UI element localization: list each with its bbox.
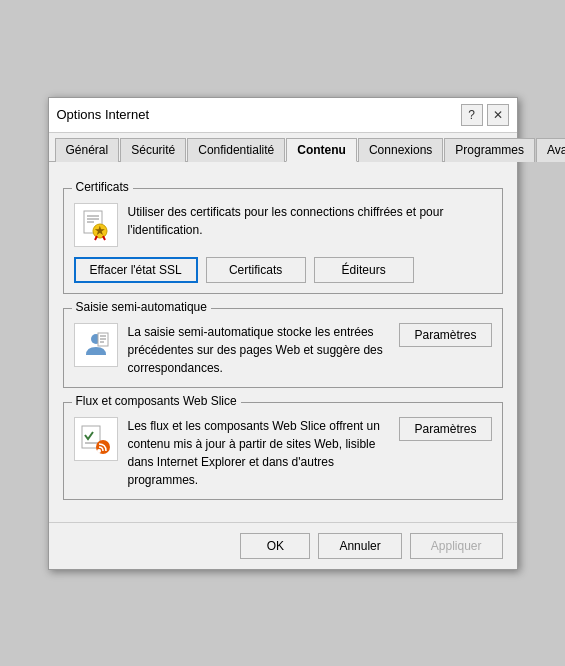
svg-text:★: ★	[94, 223, 106, 238]
tab-contenu[interactable]: Contenu	[286, 138, 357, 162]
tab-securite[interactable]: Sécurité	[120, 138, 186, 162]
feeds-body: Les flux et les composants Web Slice off…	[64, 403, 502, 499]
certificates-row: ★ Utiliser des certificats pour les conn…	[74, 203, 492, 247]
tab-programmes[interactable]: Programmes	[444, 138, 535, 162]
window-title: Options Internet	[57, 107, 150, 122]
certificates-buttons: Effacer l'état SSL Certificats Éditeurs	[74, 257, 492, 283]
feeds-settings-button[interactable]: Paramètres	[399, 417, 491, 441]
autocomplete-settings-button[interactable]: Paramètres	[399, 323, 491, 347]
apply-button[interactable]: Appliquer	[410, 533, 503, 559]
svg-point-17	[97, 449, 101, 453]
tab-content: Certificats ★	[49, 162, 517, 522]
title-controls: ? ✕	[461, 104, 509, 126]
tab-bar: Général Sécurité Confidentialité Contenu…	[49, 133, 517, 162]
feeds-row: Les flux et les composants Web Slice off…	[74, 417, 492, 489]
tab-general[interactable]: Général	[55, 138, 120, 162]
clear-ssl-button[interactable]: Effacer l'état SSL	[74, 257, 198, 283]
autocomplete-row: La saisie semi-automatique stocke les en…	[74, 323, 492, 377]
feeds-description: Les flux et les composants Web Slice off…	[128, 417, 390, 489]
feeds-left: Les flux et les composants Web Slice off…	[74, 417, 390, 489]
certificates-body: ★ Utiliser des certificats pour les conn…	[64, 189, 502, 293]
tab-confidentialite[interactable]: Confidentialité	[187, 138, 285, 162]
autocomplete-header: Saisie semi-automatique	[72, 300, 211, 314]
close-button[interactable]: ✕	[487, 104, 509, 126]
editors-button[interactable]: Éditeurs	[314, 257, 414, 283]
autocomplete-left: La saisie semi-automatique stocke les en…	[74, 323, 390, 377]
tab-connexions[interactable]: Connexions	[358, 138, 443, 162]
autocomplete-description: La saisie semi-automatique stocke les en…	[128, 323, 390, 377]
feeds-header: Flux et composants Web Slice	[72, 394, 241, 408]
help-button[interactable]: ?	[461, 104, 483, 126]
certificates-section: Certificats ★	[63, 188, 503, 294]
autocomplete-section: Saisie semi-automatique	[63, 308, 503, 388]
feeds-section: Flux et composants Web Slice	[63, 402, 503, 500]
certificates-description: Utiliser des certificats pour les connec…	[128, 203, 492, 239]
certificates-header: Certificats	[72, 180, 133, 194]
ok-button[interactable]: OK	[240, 533, 310, 559]
tab-avance[interactable]: Avancé	[536, 138, 565, 162]
main-window: Options Internet ? ✕ Général Sécurité Co…	[48, 97, 518, 570]
title-bar: Options Internet ? ✕	[49, 98, 517, 133]
footer: OK Annuler Appliquer	[49, 522, 517, 569]
autocomplete-icon	[74, 323, 118, 367]
cancel-button[interactable]: Annuler	[318, 533, 401, 559]
feeds-icon	[74, 417, 118, 461]
certificate-icon: ★	[74, 203, 118, 247]
certificates-button[interactable]: Certificats	[206, 257, 306, 283]
autocomplete-body: La saisie semi-automatique stocke les en…	[64, 309, 502, 387]
